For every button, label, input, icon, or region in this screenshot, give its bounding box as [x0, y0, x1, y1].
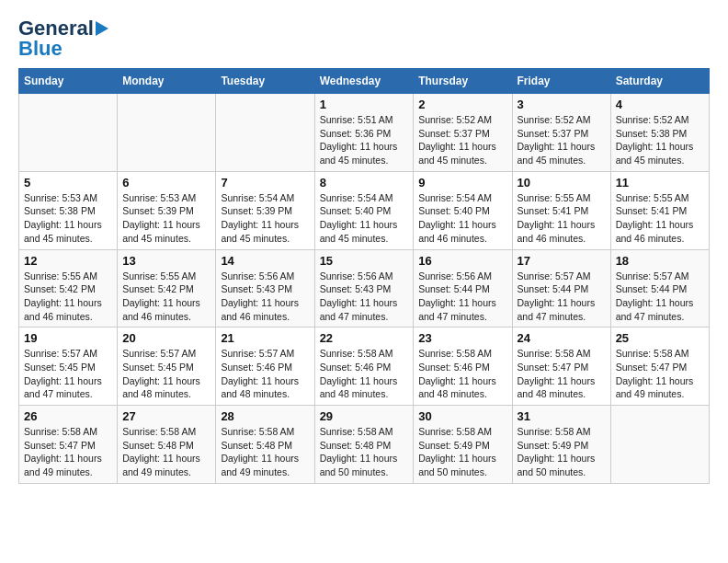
calendar-cell: 2 Sunrise: 5:52 AM Sunset: 5:37 PM Dayli… — [414, 94, 512, 172]
day-info: Sunrise: 5:58 AM Sunset: 5:49 PM Dayligh… — [418, 426, 496, 477]
logo-blue: Blue — [18, 39, 63, 59]
day-info: Sunrise: 5:56 AM Sunset: 5:43 PM Dayligh… — [320, 270, 398, 322]
calendar-cell — [118, 94, 216, 172]
day-info: Sunrise: 5:58 AM Sunset: 5:46 PM Dayligh… — [418, 348, 496, 399]
calendar-cell: 30 Sunrise: 5:58 AM Sunset: 5:49 PM Dayl… — [414, 406, 512, 484]
calendar-cell: 3 Sunrise: 5:52 AM Sunset: 5:37 PM Dayli… — [512, 94, 610, 172]
day-number: 11 — [616, 176, 704, 190]
day-info: Sunrise: 5:58 AM Sunset: 5:48 PM Dayligh… — [221, 426, 299, 477]
page-header: General Blue — [18, 18, 710, 59]
calendar-cell — [610, 406, 709, 484]
calendar-header-monday: Monday — [118, 69, 216, 94]
calendar-cell: 21 Sunrise: 5:57 AM Sunset: 5:46 PM Dayl… — [216, 327, 314, 406]
calendar-cell: 22 Sunrise: 5:58 AM Sunset: 5:46 PM Dayl… — [314, 327, 414, 406]
calendar-week-1: 1 Sunrise: 5:51 AM Sunset: 5:36 PM Dayli… — [19, 94, 710, 172]
day-number: 6 — [122, 176, 210, 190]
day-info: Sunrise: 5:57 AM Sunset: 5:46 PM Dayligh… — [221, 348, 299, 399]
day-number: 28 — [221, 409, 309, 423]
logo-arrow-icon — [96, 21, 108, 36]
day-info: Sunrise: 5:54 AM Sunset: 5:40 PM Dayligh… — [320, 192, 398, 244]
day-info: Sunrise: 5:57 AM Sunset: 5:45 PM Dayligh… — [24, 348, 102, 399]
calendar-cell: 10 Sunrise: 5:55 AM Sunset: 5:41 PM Dayl… — [512, 171, 610, 249]
day-number: 1 — [320, 98, 409, 111]
calendar-cell: 28 Sunrise: 5:58 AM Sunset: 5:48 PM Dayl… — [216, 406, 314, 484]
calendar-cell: 15 Sunrise: 5:56 AM Sunset: 5:43 PM Dayl… — [314, 249, 414, 327]
day-number: 16 — [418, 254, 506, 268]
day-number: 25 — [616, 331, 704, 345]
calendar-header-tuesday: Tuesday — [216, 69, 314, 94]
calendar-header-row: SundayMondayTuesdayWednesdayThursdayFrid… — [19, 69, 710, 94]
day-info: Sunrise: 5:52 AM Sunset: 5:38 PM Dayligh… — [616, 114, 694, 166]
calendar-cell: 29 Sunrise: 5:58 AM Sunset: 5:48 PM Dayl… — [314, 406, 414, 484]
calendar-cell: 17 Sunrise: 5:57 AM Sunset: 5:44 PM Dayl… — [512, 249, 610, 327]
calendar-header-sunday: Sunday — [19, 69, 118, 94]
day-number: 3 — [518, 98, 606, 111]
calendar-cell: 11 Sunrise: 5:55 AM Sunset: 5:41 PM Dayl… — [610, 171, 709, 249]
calendar-table: SundayMondayTuesdayWednesdayThursdayFrid… — [18, 68, 710, 484]
day-info: Sunrise: 5:53 AM Sunset: 5:38 PM Dayligh… — [24, 192, 102, 244]
calendar-week-2: 5 Sunrise: 5:53 AM Sunset: 5:38 PM Dayli… — [19, 171, 710, 249]
day-info: Sunrise: 5:56 AM Sunset: 5:43 PM Dayligh… — [221, 270, 299, 322]
calendar-cell: 12 Sunrise: 5:55 AM Sunset: 5:42 PM Dayl… — [19, 249, 118, 327]
calendar-cell: 5 Sunrise: 5:53 AM Sunset: 5:38 PM Dayli… — [19, 171, 118, 249]
day-number: 15 — [320, 254, 409, 268]
calendar-cell: 16 Sunrise: 5:56 AM Sunset: 5:44 PM Dayl… — [414, 249, 512, 327]
day-number: 30 — [418, 409, 506, 423]
calendar-cell — [19, 94, 118, 172]
day-number: 2 — [418, 98, 506, 111]
day-info: Sunrise: 5:52 AM Sunset: 5:37 PM Dayligh… — [518, 114, 596, 166]
day-number: 14 — [221, 254, 309, 268]
day-number: 24 — [518, 331, 606, 345]
calendar-cell: 19 Sunrise: 5:57 AM Sunset: 5:45 PM Dayl… — [19, 327, 118, 406]
day-info: Sunrise: 5:58 AM Sunset: 5:46 PM Dayligh… — [320, 348, 398, 399]
day-info: Sunrise: 5:54 AM Sunset: 5:39 PM Dayligh… — [221, 192, 299, 244]
calendar-cell: 13 Sunrise: 5:55 AM Sunset: 5:42 PM Dayl… — [118, 249, 216, 327]
day-info: Sunrise: 5:55 AM Sunset: 5:41 PM Dayligh… — [616, 192, 694, 244]
day-info: Sunrise: 5:58 AM Sunset: 5:47 PM Dayligh… — [24, 426, 102, 477]
calendar-cell: 27 Sunrise: 5:58 AM Sunset: 5:48 PM Dayl… — [118, 406, 216, 484]
calendar-cell: 23 Sunrise: 5:58 AM Sunset: 5:46 PM Dayl… — [414, 327, 512, 406]
day-number: 13 — [122, 254, 210, 268]
calendar-cell: 26 Sunrise: 5:58 AM Sunset: 5:47 PM Dayl… — [19, 406, 118, 484]
day-info: Sunrise: 5:58 AM Sunset: 5:48 PM Dayligh… — [320, 426, 398, 477]
day-number: 21 — [221, 331, 309, 345]
day-number: 31 — [518, 409, 606, 423]
day-info: Sunrise: 5:58 AM Sunset: 5:47 PM Dayligh… — [616, 348, 694, 399]
day-info: Sunrise: 5:58 AM Sunset: 5:47 PM Dayligh… — [518, 348, 596, 399]
day-number: 20 — [122, 331, 210, 345]
day-info: Sunrise: 5:51 AM Sunset: 5:36 PM Dayligh… — [320, 114, 398, 166]
calendar-week-4: 19 Sunrise: 5:57 AM Sunset: 5:45 PM Dayl… — [19, 327, 710, 406]
day-number: 5 — [24, 176, 112, 190]
day-info: Sunrise: 5:55 AM Sunset: 5:42 PM Dayligh… — [24, 270, 102, 322]
day-number: 7 — [221, 176, 309, 190]
day-info: Sunrise: 5:54 AM Sunset: 5:40 PM Dayligh… — [418, 192, 496, 244]
day-number: 23 — [418, 331, 506, 345]
day-number: 10 — [518, 176, 606, 190]
calendar-cell: 24 Sunrise: 5:58 AM Sunset: 5:47 PM Dayl… — [512, 327, 610, 406]
calendar-cell: 20 Sunrise: 5:57 AM Sunset: 5:45 PM Dayl… — [118, 327, 216, 406]
day-number: 29 — [320, 409, 409, 423]
day-number: 12 — [24, 254, 112, 268]
day-number: 22 — [320, 331, 409, 345]
calendar-header-wednesday: Wednesday — [314, 69, 414, 94]
day-info: Sunrise: 5:57 AM Sunset: 5:44 PM Dayligh… — [518, 270, 596, 322]
calendar-cell — [216, 94, 314, 172]
calendar-cell: 4 Sunrise: 5:52 AM Sunset: 5:38 PM Dayli… — [610, 94, 709, 172]
day-number: 26 — [24, 409, 112, 423]
calendar-cell: 7 Sunrise: 5:54 AM Sunset: 5:39 PM Dayli… — [216, 171, 314, 249]
day-info: Sunrise: 5:58 AM Sunset: 5:49 PM Dayligh… — [518, 426, 596, 477]
logo-general: General — [18, 18, 94, 39]
calendar-header-saturday: Saturday — [610, 69, 709, 94]
calendar-cell: 18 Sunrise: 5:57 AM Sunset: 5:44 PM Dayl… — [610, 249, 709, 327]
day-number: 27 — [122, 409, 210, 423]
day-info: Sunrise: 5:53 AM Sunset: 5:39 PM Dayligh… — [122, 192, 200, 244]
day-number: 18 — [616, 254, 704, 268]
day-info: Sunrise: 5:57 AM Sunset: 5:45 PM Dayligh… — [122, 348, 200, 399]
calendar-header-friday: Friday — [512, 69, 610, 94]
day-info: Sunrise: 5:58 AM Sunset: 5:48 PM Dayligh… — [122, 426, 200, 477]
calendar-cell: 8 Sunrise: 5:54 AM Sunset: 5:40 PM Dayli… — [314, 171, 414, 249]
day-number: 9 — [418, 176, 506, 190]
calendar-cell: 6 Sunrise: 5:53 AM Sunset: 5:39 PM Dayli… — [118, 171, 216, 249]
day-info: Sunrise: 5:52 AM Sunset: 5:37 PM Dayligh… — [418, 114, 496, 166]
day-info: Sunrise: 5:55 AM Sunset: 5:41 PM Dayligh… — [518, 192, 596, 244]
